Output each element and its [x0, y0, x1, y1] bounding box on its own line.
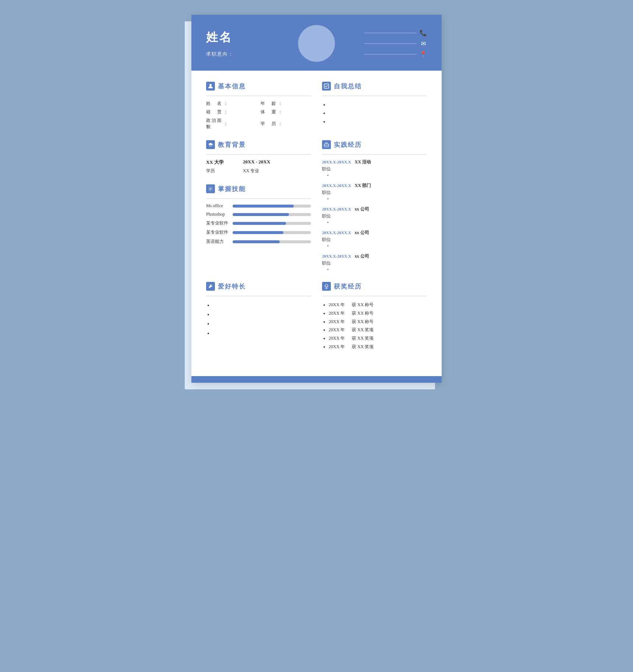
skill-1: Ms office: [206, 203, 311, 209]
location-contact: 📍: [364, 51, 427, 58]
practice-org-3: xx 公司: [355, 206, 369, 212]
practice-header-2: 20XX.X-20XX.X XX 部门: [322, 183, 427, 189]
practice-pos-4: 职位: [322, 237, 427, 243]
awards-divider: [322, 296, 427, 296]
resume-wrapper: 姓名 求职意向： 📞 ✉ 📍: [191, 15, 442, 383]
resume-page: 姓名 求职意向： 📞 ✉ 📍: [191, 15, 442, 383]
row-basic-summary: 基本信息 姓 名 : 年 龄 :: [206, 82, 427, 140]
hometown-item: 籍 贯 :: [206, 109, 257, 115]
wrench-icon: [206, 282, 215, 291]
resume-body: 基本信息 姓 名 : 年 龄 :: [191, 71, 442, 369]
basic-info-divider: [206, 96, 311, 96]
practice-org-5: xx 公司: [355, 253, 369, 259]
edu-title: 教育背景: [218, 141, 246, 149]
school-name: XX 大学: [206, 159, 236, 166]
practice-desc-5: •: [322, 267, 427, 272]
practice-desc-1: •: [322, 173, 427, 177]
skill-bar-fill-3: [233, 222, 286, 225]
practice-desc-4: •: [322, 244, 427, 248]
practice-item-3: 20XX.X-20XX.X xx 公司 职位 •: [322, 206, 427, 224]
edu-years: 20XX - 20XX: [243, 159, 270, 166]
practice-header-3: 20XX.X-20XX.X xx 公司: [322, 206, 427, 212]
award-5: 20XX 年 获 XX 奖项: [329, 334, 427, 343]
skills-title-row: 掌握技能: [206, 184, 311, 193]
basic-info-title-row: 基本信息: [206, 82, 311, 91]
practice-item-1: 20XX.X-20XX.X XX 活动 职位 •: [322, 159, 427, 177]
practice-desc-2: •: [322, 197, 427, 201]
education-item: 学 历 :: [261, 117, 311, 130]
skills-title: 掌握技能: [218, 185, 246, 193]
summary-divider: [322, 96, 427, 96]
practice-date-4: 20XX.X-20XX.X: [322, 230, 351, 235]
summary-item-3: [329, 117, 427, 126]
skill-bar-fill-2: [233, 213, 289, 216]
hobby-list: [206, 301, 311, 338]
basic-info-title: 基本信息: [218, 82, 246, 91]
skill-name-3: 某专业软件: [206, 220, 228, 226]
job-field: 求职意向：: [206, 51, 293, 57]
self-summary-section: 自我总结: [322, 82, 427, 140]
location-line: [364, 54, 417, 54]
graduation-icon: [206, 140, 215, 149]
skills-divider: [206, 198, 311, 199]
hobbies-section: 爱好特长: [206, 282, 311, 361]
email-contact: ✉: [364, 40, 427, 47]
svg-point-0: [209, 84, 212, 86]
resume-header: 姓名 求职意向： 📞 ✉ 📍: [191, 15, 442, 71]
skill-bar-bg-2: [233, 213, 311, 216]
awards-title: 获奖经历: [334, 282, 362, 291]
practice-item-5: 20XX.X-20XX.X xx 公司 职位 •: [322, 253, 427, 272]
age-item: 年 龄 :: [261, 100, 311, 107]
edu-title-row: 教育背景: [206, 140, 311, 149]
practice-date-1: 20XX.X-20XX.X: [322, 160, 351, 164]
practice-item-2: 20XX.X-20XX.X XX 部门 职位 •: [322, 183, 427, 201]
practice-header-5: 20XX.X-20XX.X xx 公司: [322, 253, 427, 259]
contact-area: 📞 ✉ 📍: [340, 29, 427, 58]
person-icon: [206, 82, 215, 91]
hobby-2: [213, 310, 311, 319]
briefcase-icon: [322, 140, 331, 149]
practice-divider: [322, 154, 427, 155]
practice-pos-3: 职位: [322, 213, 427, 219]
awards: 获奖经历 20XX 年 获 XX 称号: [322, 282, 427, 351]
skill-name-4: 某专业软件: [206, 229, 228, 236]
trophy-icon: [322, 282, 331, 291]
edu-divider: [206, 154, 311, 155]
hobbies-divider: [206, 296, 311, 296]
practice-header-4: 20XX.X-20XX.X xx 公司: [322, 230, 427, 236]
summary-list: [322, 100, 427, 125]
skill-bar-bg-5: [233, 240, 311, 243]
hobby-3: [213, 319, 311, 328]
name-item: 姓 名 :: [206, 100, 257, 107]
summary-title: 自我总结: [334, 82, 362, 91]
skill-bar-fill-4: [233, 231, 283, 234]
summary-title-row: 自我总结: [322, 82, 427, 91]
skill-2: Photoshop: [206, 212, 311, 217]
gear-icon: [206, 184, 215, 193]
hobby-4: [213, 329, 311, 338]
awards-section: 获奖经历 20XX 年 获 XX 称号: [322, 282, 427, 361]
row-hobbies-awards: 爱好特长: [206, 282, 427, 361]
major-label: XX 专业: [243, 168, 259, 174]
name-field: 姓名: [206, 29, 293, 46]
practice-item-4: 20XX.X-20XX.X xx 公司 职位 •: [322, 230, 427, 248]
summary-item-2: [329, 109, 427, 117]
avatar-area: [293, 25, 340, 62]
awards-title-row: 获奖经历: [322, 282, 427, 291]
skill-bar-bg-1: [233, 205, 311, 208]
skill-bar-bg-3: [233, 222, 311, 225]
award-1: 20XX 年 获 XX 称号: [329, 301, 427, 309]
practice-title-row: 实践经历: [322, 140, 427, 149]
practice-section: 实践经历 20XX.X-20XX.X XX 活动 职位 •: [322, 140, 427, 282]
practice-pos-2: 职位: [322, 190, 427, 196]
svg-marker-2: [208, 143, 213, 145]
email-line: [364, 43, 417, 44]
practice-header-1: 20XX.X-20XX.X XX 活动: [322, 159, 427, 165]
footer-bar: [191, 376, 442, 383]
summary-item-1: [329, 100, 427, 109]
skill-name-1: Ms office: [206, 203, 228, 209]
phone-line: [364, 33, 417, 33]
practice-org-2: XX 部门: [355, 183, 371, 189]
svg-point-4: [210, 188, 211, 190]
weight-item: 体 重 :: [261, 109, 311, 115]
